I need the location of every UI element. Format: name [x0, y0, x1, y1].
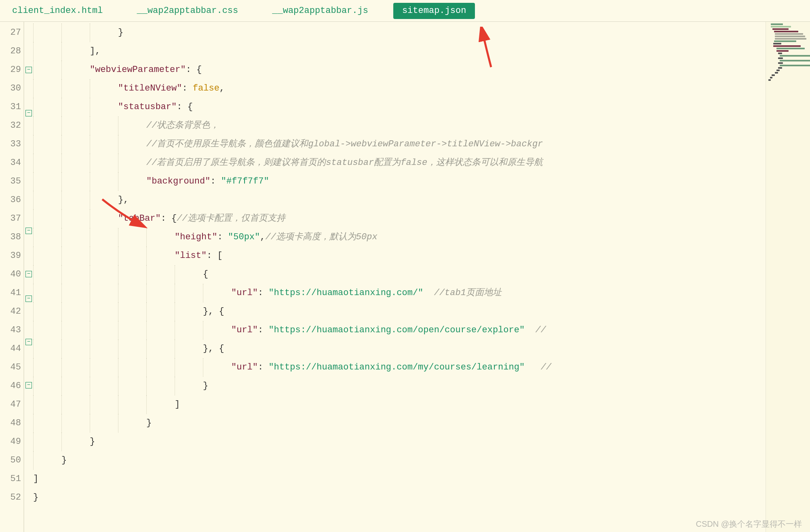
code-line[interactable]: }, [33, 191, 766, 209]
code-content[interactable]: }],"webviewParameter": {"titleNView": fa… [33, 22, 766, 532]
code-line[interactable]: ] [33, 395, 766, 414]
line-number: 38 [0, 228, 23, 247]
code-line[interactable]: "tabBar": {//选项卡配置，仅首页支持 [33, 209, 766, 228]
line-number-gutter: 2728293031323334353637383940414243444546… [0, 22, 24, 532]
line-number: 48 [0, 414, 23, 433]
code-line[interactable]: "list": [ [33, 247, 766, 265]
editor-area: 2728293031323334353637383940414243444546… [0, 22, 810, 532]
tab-sitemap-json[interactable]: sitemap.json [393, 3, 475, 19]
line-number: 33 [0, 135, 23, 154]
line-number: 28 [0, 42, 23, 61]
code-line[interactable]: "height": "50px",//选项卡高度，默认为50px [33, 228, 766, 247]
code-line[interactable]: }, { [33, 340, 766, 358]
code-line[interactable]: } [33, 488, 766, 507]
line-number: 37 [0, 209, 23, 228]
code-line[interactable]: } [33, 23, 766, 42]
code-line[interactable]: //首页不使用原生导航条，颜色值建议和global->webviewParame… [33, 135, 766, 154]
line-number: 36 [0, 191, 23, 209]
line-number: 46 [0, 377, 23, 395]
code-line[interactable]: "titleNView": false, [33, 79, 766, 98]
fold-column: −−−−−−− [24, 22, 33, 532]
line-number: 41 [0, 284, 23, 302]
fold-toggle-icon[interactable]: − [25, 110, 32, 116]
watermark-text: CSDN @换个名字显得不一样 [696, 519, 802, 530]
line-number: 29 [0, 61, 23, 79]
fold-toggle-icon[interactable]: − [25, 339, 32, 345]
code-line[interactable]: "webviewParameter": { [33, 61, 766, 79]
fold-toggle-icon[interactable]: − [25, 296, 32, 302]
line-number: 45 [0, 358, 23, 377]
line-number: 39 [0, 247, 23, 265]
code-line[interactable]: ], [33, 42, 766, 61]
line-number: 50 [0, 451, 23, 470]
code-line[interactable]: } [33, 451, 766, 470]
code-line[interactable]: { [33, 265, 766, 284]
line-number: 42 [0, 302, 23, 321]
code-line[interactable]: "url": "https://huamaotianxing.com/my/co… [33, 358, 766, 377]
code-line[interactable]: "statusbar": { [33, 98, 766, 116]
line-number: 30 [0, 79, 23, 98]
line-number: 47 [0, 395, 23, 414]
fold-toggle-icon[interactable]: − [25, 382, 32, 388]
code-line[interactable]: //状态条背景色， [33, 116, 766, 135]
code-line[interactable]: } [33, 433, 766, 451]
fold-toggle-icon[interactable]: − [25, 228, 32, 234]
line-number: 52 [0, 488, 23, 507]
code-line[interactable]: //若首页启用了原生导航条，则建议将首页的statusbar配置为false，这… [33, 154, 766, 172]
line-number: 27 [0, 23, 23, 42]
line-number: 44 [0, 340, 23, 358]
fold-toggle-icon[interactable]: − [25, 67, 32, 73]
code-line[interactable]: "url": "https://huamaotianxing.com/" //t… [33, 284, 766, 302]
line-number: 49 [0, 433, 23, 451]
editor-tabbar: client_index.html __wap2apptabbar.css __… [0, 0, 810, 22]
tab-wap2apptabbar-js[interactable]: __wap2apptabbar.js [263, 3, 377, 19]
code-line[interactable]: }, { [33, 302, 766, 321]
fold-toggle-icon[interactable]: − [25, 271, 32, 277]
line-number: 40 [0, 265, 23, 284]
minimap[interactable] [766, 22, 810, 532]
line-number: 35 [0, 172, 23, 191]
code-line[interactable]: "url": "https://huamaotianxing.com/open/… [33, 321, 766, 340]
line-number: 43 [0, 321, 23, 340]
code-line[interactable]: "background": "#f7f7f7" [33, 172, 766, 191]
code-line[interactable]: } [33, 377, 766, 395]
line-number: 32 [0, 116, 23, 135]
tab-client-index[interactable]: client_index.html [3, 3, 112, 19]
tab-wap2apptabbar-css[interactable]: __wap2apptabbar.css [128, 3, 247, 19]
code-line[interactable]: } [33, 414, 766, 433]
line-number: 31 [0, 98, 23, 116]
line-number: 51 [0, 470, 23, 488]
code-line[interactable]: ] [33, 470, 766, 488]
line-number: 34 [0, 154, 23, 172]
